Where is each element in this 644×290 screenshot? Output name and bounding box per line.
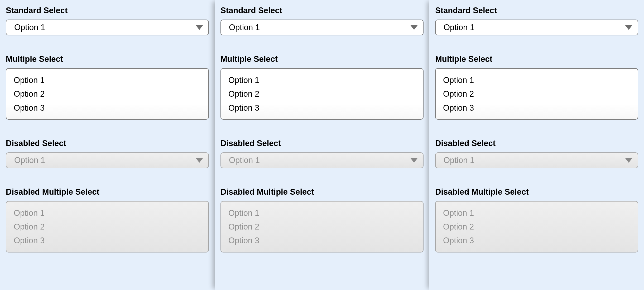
disabled-select: Option 1 — [435, 152, 638, 168]
disabled-select-field: Disabled Select Option 1 — [435, 139, 638, 168]
chevron-down-icon — [625, 158, 632, 163]
chevron-down-icon — [410, 158, 418, 163]
standard-select-field: Standard Select Option 1 — [220, 6, 424, 35]
multiple-select-label: Multiple Select — [220, 54, 424, 64]
disabled-multiple-select-field: Disabled Multiple Select Option 1 Option… — [6, 187, 209, 252]
multiple-select-option[interactable]: Option 2 — [228, 87, 416, 101]
chevron-down-icon — [196, 158, 203, 163]
standard-select-value: Option 1 — [14, 23, 45, 32]
standard-select-label: Standard Select — [435, 6, 638, 15]
column-1: Standard Select Option 1 Multiple Select… — [215, 0, 429, 290]
disabled-multiple-select: Option 1 Option 2 Option 3 — [6, 201, 209, 252]
multiple-select[interactable]: Option 1 Option 2 Option 3 — [435, 68, 638, 120]
disabled-select-label: Disabled Select — [6, 139, 209, 148]
disabled-multiple-select: Option 1 Option 2 Option 3 — [220, 201, 424, 252]
multiple-select-field: Multiple Select Option 1 Option 2 Option… — [220, 54, 424, 120]
disabled-multiple-select-option: Option 3 — [443, 234, 630, 247]
standard-select-label: Standard Select — [6, 6, 209, 15]
disabled-select: Option 1 — [6, 152, 209, 168]
disabled-select: Option 1 — [220, 152, 424, 168]
multiple-select-field: Multiple Select Option 1 Option 2 Option… — [6, 54, 209, 120]
multiple-select-option[interactable]: Option 1 — [228, 73, 416, 87]
disabled-multiple-select-field: Disabled Multiple Select Option 1 Option… — [220, 187, 424, 252]
standard-select-field: Standard Select Option 1 — [435, 6, 638, 35]
multiple-select[interactable]: Option 1 Option 2 Option 3 — [6, 68, 209, 120]
standard-select-value: Option 1 — [444, 23, 474, 32]
disabled-select-value: Option 1 — [444, 156, 474, 165]
disabled-select-field: Disabled Select Option 1 — [6, 139, 209, 168]
standard-select[interactable]: Option 1 — [435, 20, 638, 35]
disabled-multiple-select-option: Option 3 — [14, 234, 201, 247]
disabled-multiple-select-label: Disabled Multiple Select — [220, 187, 424, 197]
disabled-multiple-select-option: Option 1 — [14, 206, 201, 220]
disabled-multiple-select-field: Disabled Multiple Select Option 1 Option… — [435, 187, 638, 252]
multiple-select-option[interactable]: Option 1 — [14, 73, 201, 87]
multiple-select-option[interactable]: Option 3 — [228, 101, 416, 115]
disabled-multiple-select-option: Option 2 — [228, 220, 416, 234]
standard-select[interactable]: Option 1 — [220, 20, 424, 35]
disabled-multiple-select-option: Option 2 — [14, 220, 201, 234]
disabled-select-value: Option 1 — [229, 156, 260, 165]
multiple-select-option[interactable]: Option 1 — [443, 73, 630, 87]
column-2: Standard Select Option 1 Multiple Select… — [429, 0, 644, 290]
disabled-multiple-select-option: Option 1 — [443, 206, 630, 220]
disabled-select-label: Disabled Select — [220, 139, 424, 148]
disabled-select-field: Disabled Select Option 1 — [220, 139, 424, 168]
multiple-select-field: Multiple Select Option 1 Option 2 Option… — [435, 54, 638, 120]
column-0: Standard Select Option 1 Multiple Select… — [0, 0, 215, 290]
disabled-multiple-select-option: Option 2 — [443, 220, 630, 234]
multiple-select-option[interactable]: Option 3 — [14, 101, 201, 115]
multiple-select-label: Multiple Select — [6, 54, 209, 64]
disabled-multiple-select: Option 1 Option 2 Option 3 — [435, 201, 638, 252]
standard-select-label: Standard Select — [220, 6, 424, 15]
standard-select[interactable]: Option 1 — [6, 20, 209, 35]
disabled-multiple-select-label: Disabled Multiple Select — [6, 187, 209, 197]
multiple-select-option[interactable]: Option 3 — [443, 101, 630, 115]
disabled-multiple-select-label: Disabled Multiple Select — [435, 187, 638, 197]
chevron-down-icon — [625, 25, 632, 30]
disabled-multiple-select-option: Option 1 — [228, 206, 416, 220]
disabled-select-label: Disabled Select — [435, 139, 638, 148]
chevron-down-icon — [196, 25, 203, 30]
disabled-select-value: Option 1 — [14, 156, 45, 165]
disabled-multiple-select-option: Option 3 — [228, 234, 416, 247]
chevron-down-icon — [410, 25, 418, 30]
multiple-select-label: Multiple Select — [435, 54, 638, 64]
multiple-select-option[interactable]: Option 2 — [14, 87, 201, 101]
multiple-select-option[interactable]: Option 2 — [443, 87, 630, 101]
standard-select-field: Standard Select Option 1 — [6, 6, 209, 35]
standard-select-value: Option 1 — [229, 23, 260, 32]
multiple-select[interactable]: Option 1 Option 2 Option 3 — [220, 68, 424, 120]
